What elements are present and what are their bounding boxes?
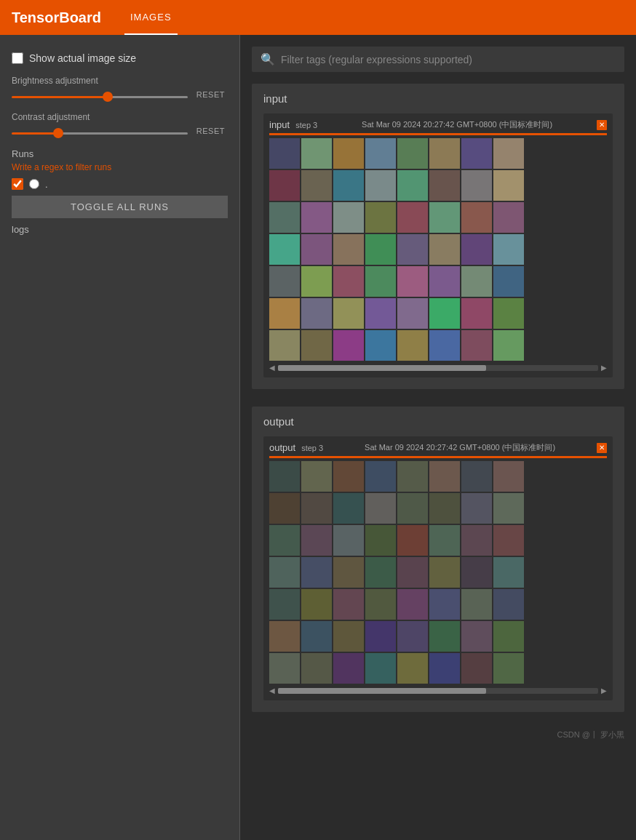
- image-cell[interactable]: [301, 234, 332, 265]
- image-cell[interactable]: [493, 234, 524, 265]
- image-cell[interactable]: [461, 330, 492, 361]
- run-radio[interactable]: [29, 179, 39, 189]
- contrast-slider[interactable]: [12, 132, 188, 135]
- image-cell[interactable]: [429, 621, 460, 652]
- image-cell[interactable]: [333, 493, 364, 524]
- image-cell[interactable]: [397, 461, 428, 492]
- image-cell[interactable]: [461, 621, 492, 652]
- image-cell[interactable]: [461, 589, 492, 620]
- image-cell[interactable]: [301, 653, 332, 684]
- filter-runs-link[interactable]: Write a regex to filter runs: [12, 162, 228, 172]
- image-cell[interactable]: [493, 170, 524, 201]
- image-cell[interactable]: [493, 461, 524, 492]
- image-cell[interactable]: [365, 589, 396, 620]
- image-cell[interactable]: [365, 621, 396, 652]
- image-cell[interactable]: [397, 234, 428, 265]
- input-scroll-right-arrow[interactable]: ▶: [601, 364, 607, 372]
- image-cell[interactable]: [429, 234, 460, 265]
- image-cell[interactable]: [301, 170, 332, 201]
- image-cell[interactable]: [365, 138, 396, 169]
- image-cell[interactable]: [493, 266, 524, 297]
- image-cell[interactable]: [301, 138, 332, 169]
- image-cell[interactable]: [397, 493, 428, 524]
- image-cell[interactable]: [333, 234, 364, 265]
- input-panel-close-button[interactable]: ✕: [597, 120, 607, 130]
- image-cell[interactable]: [365, 202, 396, 233]
- image-cell[interactable]: [365, 557, 396, 588]
- image-cell[interactable]: [461, 525, 492, 556]
- image-cell[interactable]: [269, 298, 300, 329]
- image-cell[interactable]: [301, 298, 332, 329]
- toggle-all-runs-button[interactable]: TOGGLE ALL RUNS: [12, 196, 228, 218]
- image-cell[interactable]: [269, 621, 300, 652]
- image-cell[interactable]: [461, 170, 492, 201]
- image-cell[interactable]: [301, 589, 332, 620]
- image-cell[interactable]: [493, 202, 524, 233]
- image-cell[interactable]: [429, 170, 460, 201]
- image-cell[interactable]: [301, 621, 332, 652]
- image-cell[interactable]: [269, 266, 300, 297]
- image-cell[interactable]: [333, 298, 364, 329]
- image-cell[interactable]: [269, 138, 300, 169]
- image-cell[interactable]: [461, 298, 492, 329]
- image-cell[interactable]: [333, 266, 364, 297]
- output-scroll-left-arrow[interactable]: ◀: [269, 687, 275, 695]
- image-cell[interactable]: [429, 266, 460, 297]
- image-cell[interactable]: [461, 557, 492, 588]
- image-cell[interactable]: [493, 589, 524, 620]
- nav-item-images[interactable]: IMAGES: [124, 0, 178, 35]
- image-cell[interactable]: [365, 653, 396, 684]
- image-cell[interactable]: [493, 138, 524, 169]
- image-cell[interactable]: [429, 525, 460, 556]
- image-cell[interactable]: [333, 138, 364, 169]
- image-cell[interactable]: [365, 170, 396, 201]
- image-cell[interactable]: [461, 653, 492, 684]
- image-cell[interactable]: [333, 589, 364, 620]
- image-cell[interactable]: [333, 557, 364, 588]
- image-cell[interactable]: [461, 138, 492, 169]
- image-cell[interactable]: [493, 525, 524, 556]
- image-cell[interactable]: [269, 557, 300, 588]
- brightness-reset-button[interactable]: RESET: [194, 89, 228, 100]
- image-cell[interactable]: [397, 298, 428, 329]
- image-cell[interactable]: [461, 266, 492, 297]
- image-cell[interactable]: [461, 493, 492, 524]
- image-cell[interactable]: [429, 138, 460, 169]
- filter-tags-input[interactable]: [281, 54, 616, 65]
- image-cell[interactable]: [333, 525, 364, 556]
- image-cell[interactable]: [269, 202, 300, 233]
- image-cell[interactable]: [301, 330, 332, 361]
- image-cell[interactable]: [365, 493, 396, 524]
- image-cell[interactable]: [397, 525, 428, 556]
- image-cell[interactable]: [429, 589, 460, 620]
- image-cell[interactable]: [493, 298, 524, 329]
- image-cell[interactable]: [429, 653, 460, 684]
- input-scrollbar-track[interactable]: [278, 365, 598, 371]
- image-cell[interactable]: [397, 621, 428, 652]
- image-cell[interactable]: [397, 202, 428, 233]
- image-cell[interactable]: [429, 202, 460, 233]
- image-cell[interactable]: [333, 170, 364, 201]
- image-cell[interactable]: [333, 653, 364, 684]
- image-cell[interactable]: [397, 170, 428, 201]
- image-cell[interactable]: [301, 557, 332, 588]
- image-cell[interactable]: [397, 557, 428, 588]
- image-cell[interactable]: [333, 621, 364, 652]
- image-cell[interactable]: [429, 557, 460, 588]
- image-cell[interactable]: [269, 234, 300, 265]
- image-cell[interactable]: [269, 493, 300, 524]
- image-cell[interactable]: [333, 461, 364, 492]
- image-cell[interactable]: [461, 461, 492, 492]
- image-cell[interactable]: [461, 202, 492, 233]
- image-cell[interactable]: [429, 493, 460, 524]
- output-scrollbar-track[interactable]: [278, 688, 598, 694]
- image-cell[interactable]: [301, 202, 332, 233]
- image-cell[interactable]: [269, 653, 300, 684]
- image-cell[interactable]: [365, 525, 396, 556]
- image-cell[interactable]: [493, 330, 524, 361]
- image-cell[interactable]: [365, 461, 396, 492]
- run-checkbox[interactable]: [12, 178, 23, 190]
- image-cell[interactable]: [301, 493, 332, 524]
- image-cell[interactable]: [365, 234, 396, 265]
- image-cell[interactable]: [333, 330, 364, 361]
